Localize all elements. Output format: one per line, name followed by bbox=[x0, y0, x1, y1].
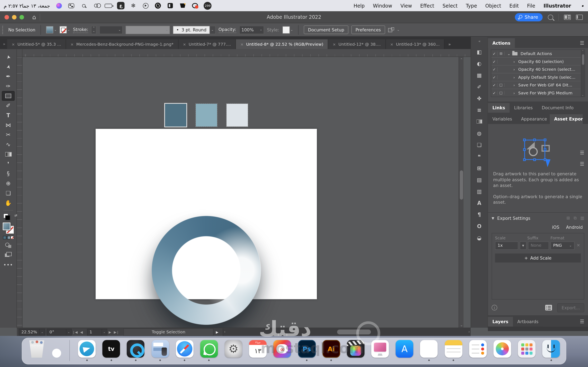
action-row-3[interactable]: ✓ › Apply Default Style (selec... bbox=[491, 73, 585, 81]
panel-tab-1[interactable]: Artboards bbox=[513, 317, 543, 326]
status-icon-display[interactable] bbox=[167, 2, 174, 9]
app-icon[interactable] bbox=[200, 340, 218, 358]
panel-tab-0[interactable]: Variables bbox=[488, 114, 517, 124]
canvas[interactable]: ⌃ ⌄ bbox=[22, 57, 464, 328]
tool-width[interactable]: ⋈ bbox=[2, 120, 15, 130]
swatch-light-gray[interactable] bbox=[226, 104, 248, 127]
rotation-dropdown-icon[interactable]: ⌄ bbox=[66, 329, 72, 335]
scroll-right-icon[interactable]: › bbox=[468, 329, 470, 333]
dock-app-reminders[interactable] bbox=[467, 340, 489, 361]
panel-tab-2[interactable]: Document Info bbox=[537, 103, 578, 113]
app-icon[interactable]: tv bbox=[103, 340, 120, 358]
app-icon[interactable] bbox=[493, 340, 511, 358]
panel-tab-0[interactable]: Links bbox=[488, 103, 510, 113]
action-row-1[interactable]: ✓ › Opacity 60 (selection) bbox=[491, 58, 585, 66]
duplicate-setting-icon[interactable]: ⧉ bbox=[574, 216, 577, 221]
artboard-dropdown-icon[interactable]: ⌄ bbox=[102, 329, 107, 335]
asset-list-view-icon[interactable] bbox=[545, 305, 552, 310]
close-tab-icon[interactable]: × bbox=[333, 42, 336, 46]
ring-logo-artwork[interactable] bbox=[151, 216, 261, 325]
panel-icon-stroke[interactable]: ≡ bbox=[474, 105, 485, 115]
panel-icon-align[interactable]: ▤ bbox=[474, 175, 485, 185]
tool-scissors[interactable]: ✂ bbox=[2, 130, 15, 140]
chevron-down-icon[interactable]: ⌄ bbox=[68, 28, 70, 32]
status-icon-link[interactable] bbox=[93, 2, 100, 9]
dialog-toggle[interactable]: ⊟ bbox=[498, 52, 505, 55]
scroll-up-icon[interactable]: ⌃ bbox=[459, 58, 464, 61]
panel-icon-color[interactable]: ◧ bbox=[474, 47, 485, 57]
fill-color-control[interactable]: ⌄ bbox=[46, 26, 57, 33]
app-icon[interactable] bbox=[52, 349, 61, 358]
tool-gradient[interactable] bbox=[2, 150, 15, 159]
menu-item-0[interactable]: Help bbox=[350, 0, 369, 11]
dock-app-image-capture[interactable] bbox=[149, 340, 171, 361]
dialog-toggle[interactable]: □ bbox=[498, 83, 505, 87]
tool-artboard[interactable]: ❏ bbox=[2, 188, 15, 198]
panel-icon-paragraph[interactable]: ¶ bbox=[474, 209, 485, 220]
toggle-item-check[interactable]: ✓ bbox=[491, 52, 498, 56]
action-row-4[interactable]: ✓ □ › Save For Web GIF 64 Dit... bbox=[491, 81, 585, 89]
last-artboard-icon[interactable]: ▶ ▶| bbox=[107, 330, 121, 334]
toggle-item-check[interactable]: ✓ bbox=[491, 75, 498, 79]
zoom-dropdown-icon[interactable]: ⌄ bbox=[40, 329, 45, 335]
panel-tab-1[interactable]: Libraries bbox=[510, 103, 537, 113]
stroke-color-control[interactable]: ⌄ bbox=[60, 26, 70, 33]
share-button[interactable]: Share bbox=[515, 13, 543, 21]
panel-icon-character[interactable]: A bbox=[474, 198, 485, 208]
dock-app-finder[interactable] bbox=[540, 340, 562, 361]
tool-selection[interactable]: ➤ bbox=[2, 52, 15, 62]
workspace-switcher-icon[interactable] bbox=[576, 15, 583, 20]
app-icon[interactable] bbox=[78, 340, 95, 358]
stroke-weight-select[interactable]: ⌄ bbox=[99, 26, 123, 34]
scale-input[interactable]: 1x bbox=[495, 242, 518, 250]
color-mode-buttons[interactable] bbox=[3, 236, 14, 239]
tool-pen[interactable]: ✒ bbox=[2, 72, 15, 81]
panel-tab-0[interactable]: Layers bbox=[488, 317, 513, 326]
info-icon[interactable]: i bbox=[492, 305, 497, 310]
rotation-value[interactable]: 0° bbox=[47, 329, 67, 335]
tool-rectangle[interactable] bbox=[2, 91, 15, 101]
expand-panel-chevrons[interactable]: » bbox=[0, 42, 7, 49]
app-icon[interactable]: ⚙ bbox=[225, 340, 242, 358]
panel-icon-comments[interactable]: ❝ bbox=[474, 151, 485, 161]
drawing-modes-icon[interactable] bbox=[5, 243, 11, 248]
dock-app-separator[interactable] bbox=[66, 340, 73, 361]
brush-preview[interactable]: • 3 pt. Round bbox=[173, 26, 209, 34]
close-window-button[interactable] bbox=[4, 15, 9, 19]
dock-app-settings[interactable]: ⚙ bbox=[223, 340, 244, 361]
vertical-scrollbar[interactable]: ⌃ ⌄ bbox=[458, 57, 463, 328]
fill-stroke-indicator[interactable] bbox=[3, 222, 14, 234]
tool-shape-builder[interactable]: ⊕ bbox=[2, 179, 15, 188]
document-tab-1[interactable]: × Mercedes-Benz-Background-PNG-Image-1.p… bbox=[66, 39, 178, 49]
app-icon[interactable] bbox=[469, 340, 486, 358]
expand-icon[interactable]: › bbox=[511, 67, 517, 71]
document-tab-2[interactable]: × Untitled-7* @ 777.... bbox=[178, 39, 236, 49]
expand-icon[interactable]: › bbox=[511, 75, 517, 79]
menu-item-9[interactable]: Illustrator bbox=[539, 0, 575, 11]
panel-icon-gradient[interactable] bbox=[474, 117, 485, 127]
status-icon-snowflake[interactable]: ❄ bbox=[130, 2, 137, 9]
suffix-input[interactable]: None bbox=[528, 242, 549, 250]
menu-item-4[interactable]: Select bbox=[438, 0, 462, 11]
close-tab-icon[interactable]: × bbox=[12, 42, 15, 46]
search-icon[interactable] bbox=[548, 15, 553, 20]
status-icon-adobe-badge[interactable] bbox=[191, 2, 199, 9]
document-tab-0[interactable]: × Untitled-5* @ 35.3 ... bbox=[7, 39, 66, 49]
document-tab-5[interactable]: × Untitled-13* @ 360... bbox=[386, 39, 444, 49]
chevron-down-icon[interactable]: ⌄ bbox=[54, 28, 57, 32]
dock-app-notes[interactable] bbox=[443, 340, 465, 361]
panel-icon-transparency[interactable]: ◍ bbox=[474, 128, 485, 138]
menu-item-1[interactable]: Window bbox=[369, 0, 396, 11]
panel-icon-opentype[interactable]: O bbox=[474, 221, 485, 231]
expand-icon[interactable]: ⌄ bbox=[506, 52, 512, 56]
chevron-right-icon[interactable]: › bbox=[260, 28, 262, 32]
dock-app-chrome-window[interactable] bbox=[50, 342, 63, 361]
dock-app-photos[interactable] bbox=[492, 340, 513, 361]
menu-bar-clock[interactable]: جمعة، ١٣ جما٢ ٢:٥٧ م bbox=[4, 3, 50, 8]
app-icon[interactable] bbox=[420, 340, 438, 358]
document-tab-4[interactable]: × Untitled-12* @ 38.... bbox=[328, 39, 386, 49]
swatch-medium-blue[interactable] bbox=[196, 104, 217, 127]
first-artboard-icon[interactable]: |◀ ◀ bbox=[72, 330, 85, 334]
zoom-level-value[interactable]: 22.52% bbox=[19, 329, 40, 335]
close-tab-icon[interactable]: × bbox=[183, 42, 186, 46]
